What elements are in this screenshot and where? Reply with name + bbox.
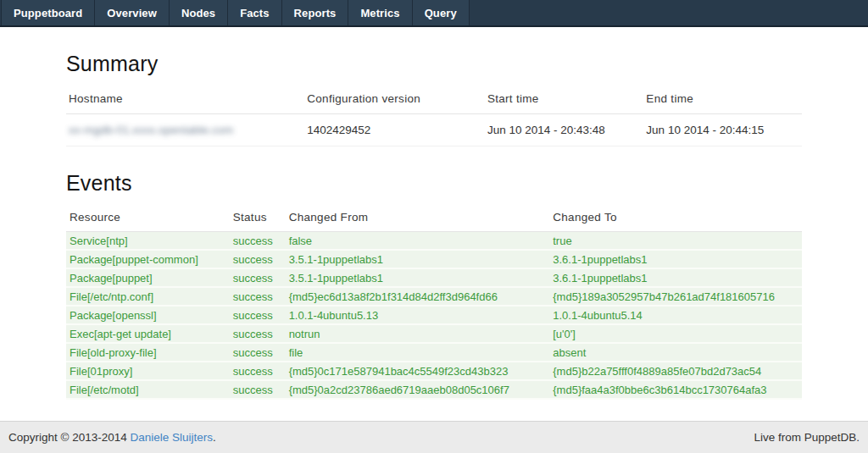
- event-row: File[/etc/motd] success {md5}0a2cd23786a…: [66, 380, 802, 399]
- event-status-cell: success: [230, 362, 286, 380]
- event-resource-cell: Package[puppet]: [66, 268, 230, 287]
- footer-copyright: Copyright © 2013-2014 Daniele Sluijters.: [8, 431, 216, 444]
- event-changed-from-cell: {md5}0c171e587941bac4c5549f23cd43b323: [286, 362, 550, 380]
- event-status-cell: success: [230, 380, 286, 399]
- event-resource-cell: File[01proxy]: [66, 362, 230, 380]
- summary-heading: Summary: [66, 52, 802, 76]
- events-col-changed-from: Changed From: [286, 204, 550, 232]
- event-resource-cell: File[/etc/ntp.conf]: [66, 287, 230, 306]
- puppetboard-report-page: Puppetboard Overview Nodes Facts Reports…: [0, 0, 868, 453]
- event-changed-to-cell: absent: [549, 343, 802, 362]
- nav-item-reports[interactable]: Reports: [282, 0, 349, 25]
- event-status-cell: success: [230, 250, 286, 268]
- hostname-redacted-value: xx-mgdb-01.xxxx.opentable.com: [69, 124, 233, 136]
- events-table: Resource Status Changed From Changed To …: [66, 204, 802, 400]
- event-changed-from-cell: false: [286, 232, 550, 251]
- event-status-cell: success: [230, 232, 286, 251]
- summary-header-row: Hostname Configuration version Start tim…: [66, 85, 802, 114]
- summary-col-hostname: Hostname: [66, 85, 304, 114]
- event-status-cell: success: [230, 306, 286, 324]
- summary-table: Hostname Configuration version Start tim…: [66, 85, 802, 146]
- nav-item-facts[interactable]: Facts: [228, 0, 281, 25]
- event-changed-from-cell: file: [286, 343, 550, 362]
- event-status-cell: success: [230, 343, 286, 362]
- event-row: Package[puppet-common] success 3.5.1-1pu…: [66, 250, 802, 268]
- event-changed-from-cell: 3.5.1-1puppetlabs1: [286, 268, 550, 287]
- event-resource-cell: Exec[apt-get update]: [66, 324, 230, 343]
- event-row: Package[openssl] success 1.0.1-4ubuntu5.…: [66, 306, 802, 324]
- event-changed-to-cell: [u'0']: [549, 324, 802, 343]
- event-changed-from-cell: notrun: [286, 324, 550, 343]
- summary-hostname-cell: xx-mgdb-01.xxxx.opentable.com: [66, 114, 304, 146]
- nav-item-overview[interactable]: Overview: [95, 0, 170, 25]
- event-changed-to-cell: {md5}b22a75fff0f4889a85fe07bd2d73ac54: [549, 362, 802, 380]
- event-changed-to-cell: {md5}faa4a3f0bbe6c3b614bcc1730764afa3: [549, 380, 802, 399]
- event-changed-to-cell: 3.6.1-1puppetlabs1: [549, 268, 802, 287]
- summary-end-time-cell: Jun 10 2014 - 20:44:15: [643, 114, 802, 146]
- summary-start-time-cell: Jun 10 2014 - 20:43:48: [485, 114, 643, 146]
- nav-brand-puppetboard[interactable]: Puppetboard: [1, 0, 95, 25]
- event-status-cell: success: [230, 324, 286, 343]
- event-changed-from-cell: {md5}ec6d13a8f2b1f314d84d2ff3d964fd66: [286, 287, 550, 306]
- top-navbar: Puppetboard Overview Nodes Facts Reports…: [0, 0, 868, 27]
- event-resource-cell: File[/etc/motd]: [66, 380, 230, 399]
- nav-item-query[interactable]: Query: [413, 0, 470, 25]
- footer: Copyright © 2013-2014 Daniele Sluijters.…: [0, 421, 868, 453]
- nav-item-nodes[interactable]: Nodes: [170, 0, 228, 25]
- summary-col-start-time: Start time: [485, 85, 643, 114]
- nav-item-metrics[interactable]: Metrics: [348, 0, 412, 25]
- event-status-cell: success: [230, 268, 286, 287]
- event-row: Service[ntp] success false true: [66, 232, 802, 251]
- event-row: Exec[apt-get update] success notrun [u'0…: [66, 324, 802, 343]
- event-row: File[/etc/ntp.conf] success {md5}ec6d13a…: [66, 287, 802, 306]
- summary-config-version-cell: 1402429452: [304, 114, 485, 146]
- event-resource-cell: Package[openssl]: [66, 306, 230, 324]
- event-changed-to-cell: 1.0.1-4ubuntu5.14: [549, 306, 802, 324]
- summary-col-end-time: End time: [643, 85, 802, 114]
- event-changed-to-cell: {md5}189a3052957b47b261ad74f181605716: [549, 287, 802, 306]
- events-col-resource: Resource: [66, 204, 230, 232]
- events-col-changed-to: Changed To: [549, 204, 802, 232]
- event-status-cell: success: [230, 287, 286, 306]
- footer-live-status: Live from PuppetDB.: [754, 431, 860, 444]
- event-changed-to-cell: 3.6.1-1puppetlabs1: [549, 250, 802, 268]
- event-resource-cell: File[old-proxy-file]: [66, 343, 230, 362]
- author-link[interactable]: Daniele Sluijters: [131, 431, 214, 444]
- event-changed-to-cell: true: [549, 232, 802, 251]
- event-changed-from-cell: 3.5.1-1puppetlabs1: [286, 250, 550, 268]
- summary-col-config-version: Configuration version: [304, 85, 485, 114]
- event-resource-cell: Service[ntp]: [66, 232, 230, 251]
- event-row: File[01proxy] success {md5}0c171e587941b…: [66, 362, 802, 380]
- event-resource-cell: Package[puppet-common]: [66, 250, 230, 268]
- copyright-text: Copyright © 2013-2014: [8, 431, 131, 444]
- event-changed-from-cell: 1.0.1-4ubuntu5.13: [286, 306, 550, 324]
- events-header-row: Resource Status Changed From Changed To: [66, 204, 802, 232]
- summary-row: xx-mgdb-01.xxxx.opentable.com 1402429452…: [66, 114, 802, 146]
- event-changed-from-cell: {md5}0a2cd23786aed6719aaeb08d05c106f7: [286, 380, 550, 399]
- events-heading: Events: [66, 171, 802, 196]
- copyright-period: .: [213, 431, 216, 444]
- main-content: Summary Hostname Configuration version S…: [66, 52, 802, 400]
- events-col-status: Status: [230, 204, 286, 232]
- event-row: Package[puppet] success 3.5.1-1puppetlab…: [66, 268, 802, 287]
- event-row: File[old-proxy-file] success file absent: [66, 343, 802, 362]
